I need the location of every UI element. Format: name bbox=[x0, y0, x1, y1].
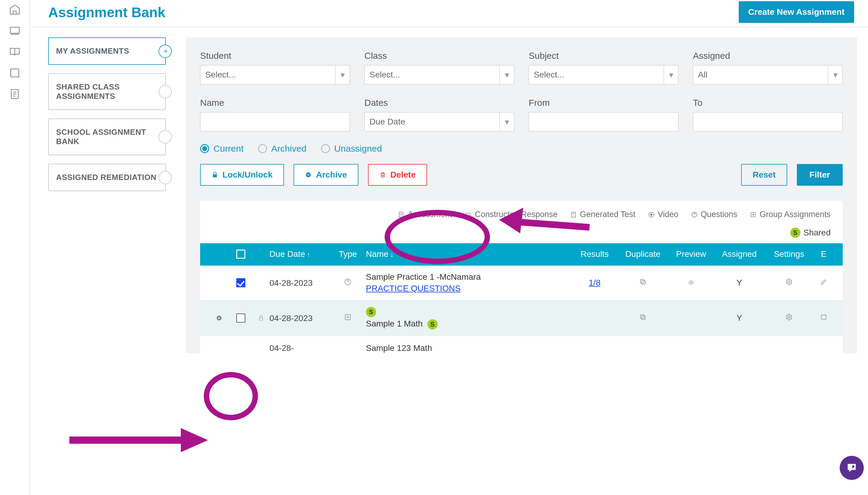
class-label: Class bbox=[364, 51, 514, 61]
duplicate-icon[interactable] bbox=[639, 278, 646, 288]
book-open-icon[interactable] bbox=[9, 46, 21, 56]
assignment-name: Sample 1 Math bbox=[366, 319, 422, 328]
document-icon[interactable] bbox=[9, 88, 21, 98]
status-radio-group: Current Archived Unassigned bbox=[200, 143, 843, 154]
assignment-sublink[interactable]: PRACTICE QUESTIONS bbox=[366, 284, 572, 293]
results-link[interactable]: 1/8 bbox=[589, 278, 601, 288]
sidebar-item-label: SHARED CLASS ASSIGNMENTS bbox=[56, 82, 120, 101]
sidebar-item-label: MY ASSIGNMENTS bbox=[56, 47, 129, 55]
arrow-right-icon bbox=[158, 45, 172, 58]
due-date-cell: 04-28-2023 bbox=[270, 313, 330, 323]
chevron-down-icon: ▾ bbox=[499, 113, 514, 131]
radio-dot-icon bbox=[258, 144, 267, 153]
col-duplicate[interactable]: Duplicate bbox=[617, 249, 669, 259]
subject-label: Subject bbox=[528, 51, 678, 61]
dates-label: Dates bbox=[364, 98, 514, 108]
questions-icon bbox=[691, 211, 698, 218]
gear-icon[interactable] bbox=[785, 278, 793, 288]
sidebar-item-school-bank[interactable]: SCHOOL ASSIGNMENT BANK bbox=[48, 118, 166, 155]
row-checkbox[interactable] bbox=[236, 278, 245, 287]
svg-rect-0 bbox=[10, 27, 19, 33]
row-checkbox[interactable] bbox=[236, 313, 245, 323]
filter-button[interactable]: Filter bbox=[797, 164, 843, 186]
radio-unassigned[interactable]: Unassigned bbox=[321, 143, 382, 154]
svg-point-13 bbox=[691, 282, 692, 284]
help-fab-button[interactable] bbox=[840, 456, 864, 480]
annotation-ellipse-checkbox bbox=[204, 372, 258, 420]
svg-point-14 bbox=[788, 281, 790, 283]
due-date-cell: 04-28-2023 bbox=[270, 278, 330, 288]
edit-icon[interactable] bbox=[820, 313, 827, 323]
sort-desc-icon: ↓ bbox=[390, 251, 394, 258]
preview-icon[interactable] bbox=[687, 278, 695, 288]
svg-rect-18 bbox=[642, 316, 645, 320]
subject-select[interactable]: Select... ▾ bbox=[528, 65, 678, 84]
col-due-date[interactable]: Due Date↑ bbox=[270, 249, 330, 259]
col-name[interactable]: Name↓ bbox=[366, 249, 572, 259]
category-sidebar: MY ASSIGNMENTS SHARED CLASS ASSIGNMENTS … bbox=[48, 37, 166, 353]
table-row: 04-28-2023 Sample Practice 1 -McNamara P… bbox=[200, 266, 843, 300]
expand-row-icon[interactable] bbox=[214, 315, 224, 321]
video-icon bbox=[648, 211, 655, 218]
col-type[interactable]: Type bbox=[330, 249, 366, 259]
lock-unlock-button[interactable]: Lock/Unlock bbox=[200, 164, 284, 186]
student-select[interactable]: Select... ▾ bbox=[200, 65, 350, 84]
dates-select[interactable]: Due Date ▾ bbox=[364, 112, 514, 132]
book-icon[interactable] bbox=[9, 67, 21, 77]
sidebar-item-label: SCHOOL ASSIGNMENT BANK bbox=[56, 127, 146, 146]
building-icon[interactable] bbox=[9, 4, 21, 14]
gear-icon[interactable] bbox=[785, 313, 793, 323]
sidebar-item-shared-class[interactable]: SHARED CLASS ASSIGNMENTS bbox=[48, 73, 166, 110]
col-assigned[interactable]: Assigned bbox=[714, 249, 765, 259]
assignment-name: Sample Practice 1 -McNamara bbox=[366, 272, 572, 282]
svg-rect-5 bbox=[466, 213, 470, 216]
radio-dot-icon bbox=[200, 144, 209, 153]
trash-icon bbox=[379, 171, 386, 179]
knob-icon bbox=[158, 85, 172, 98]
create-assignment-button[interactable]: Create New Assignment bbox=[739, 1, 854, 23]
chevron-down-icon: ▾ bbox=[335, 65, 350, 84]
shared-badge-icon: S bbox=[790, 227, 800, 238]
table-header-row: Due Date↑ Type Name↓ Results Duplicate P… bbox=[200, 243, 843, 266]
svg-point-20 bbox=[788, 316, 790, 318]
assigned-select[interactable]: All ▾ bbox=[693, 65, 843, 84]
delete-button[interactable]: Delete bbox=[368, 164, 427, 186]
select-all-checkbox[interactable] bbox=[236, 250, 245, 259]
minus-circle-icon bbox=[305, 172, 312, 178]
assignment-panel: Create New Assignment Student Select... … bbox=[186, 37, 857, 353]
generated-icon bbox=[570, 211, 577, 218]
svg-rect-19 bbox=[640, 315, 644, 318]
col-settings[interactable]: Settings bbox=[765, 249, 813, 259]
archive-button[interactable]: Archive bbox=[294, 164, 358, 186]
knob-icon bbox=[158, 130, 172, 143]
col-results[interactable]: Results bbox=[572, 249, 617, 259]
vertical-nav bbox=[0, 0, 30, 495]
annotation-arrow-checkbox bbox=[66, 425, 211, 455]
legend-video: Video bbox=[648, 210, 678, 219]
name-input[interactable] bbox=[200, 112, 350, 132]
svg-rect-6 bbox=[572, 212, 576, 217]
sidebar-item-label: ASSIGNED REMEDIATION bbox=[56, 173, 156, 182]
col-preview[interactable]: Preview bbox=[669, 249, 714, 259]
edit-icon[interactable] bbox=[820, 278, 827, 288]
col-edit[interactable]: E bbox=[813, 249, 834, 259]
sidebar-item-assigned-remediation[interactable]: ASSIGNED REMEDIATION bbox=[48, 164, 166, 191]
radio-current[interactable]: Current bbox=[200, 143, 244, 154]
reset-button[interactable]: Reset bbox=[741, 164, 787, 186]
svg-rect-21 bbox=[821, 315, 826, 319]
page-title: Assignment Bank bbox=[48, 4, 856, 20]
chevron-down-icon: ▾ bbox=[664, 65, 678, 84]
from-input[interactable] bbox=[528, 112, 678, 132]
monitor-icon[interactable] bbox=[9, 25, 21, 35]
to-input[interactable] bbox=[693, 112, 843, 132]
legend-shared: S Shared bbox=[790, 227, 831, 238]
class-select[interactable]: Select... ▾ bbox=[364, 65, 514, 84]
sidebar-item-my-assignments[interactable]: MY ASSIGNMENTS bbox=[48, 37, 166, 65]
lock-icon[interactable] bbox=[254, 315, 267, 321]
chevron-down-icon: ▾ bbox=[499, 65, 514, 84]
student-label: Student bbox=[200, 51, 350, 61]
duplicate-icon[interactable] bbox=[639, 313, 646, 323]
constructed-icon bbox=[465, 211, 472, 218]
radio-archived[interactable]: Archived bbox=[258, 143, 307, 154]
to-label: To bbox=[693, 98, 843, 108]
